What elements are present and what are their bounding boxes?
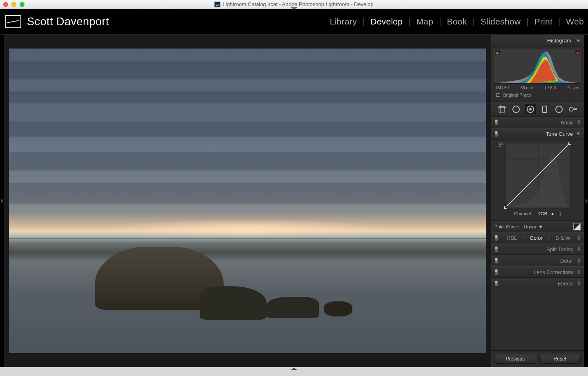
left-panel-toggle[interactable]	[0, 35, 4, 367]
hsl-panel-header[interactable]: HSL / Color / B & W	[491, 232, 584, 243]
channel-select[interactable]: RGB	[537, 211, 547, 216]
effects-label: Effects	[557, 281, 574, 287]
redeye-tool[interactable]	[525, 104, 536, 114]
right-panel: Histogram ISO 50 36 m	[491, 35, 584, 367]
module-book[interactable]: Book	[447, 17, 467, 27]
exif-focal: 36 mm	[521, 86, 533, 90]
histogram-panel-header[interactable]: Histogram	[491, 35, 584, 46]
original-photo-label: Original Photo	[503, 93, 531, 97]
identity-plate[interactable]: Scott Davenport	[5, 15, 109, 28]
original-photo-row[interactable]: Original Photo	[494, 91, 581, 100]
previous-button[interactable]: Previous	[494, 354, 536, 364]
panel-switch-icon[interactable]	[495, 235, 498, 241]
channel-row: Channel : RGB ◆	[494, 208, 581, 218]
window-title-text: Lightroom Catalog.lrcat - Adobe Photosho…	[223, 1, 373, 7]
histogram-label: Histogram	[547, 38, 571, 44]
exif-aperture: ƒ / 8.0	[544, 86, 556, 90]
histogram-panel: ISO 50 36 mm ƒ / 8.0 ⅓ sec Original Phot…	[491, 46, 584, 102]
hsl-tab[interactable]: HSL	[507, 235, 517, 241]
chevron-down-icon	[576, 133, 580, 135]
chevron-down-icon	[576, 40, 580, 42]
photo-preview	[9, 49, 486, 353]
svg-line-4	[506, 143, 570, 208]
window-title: Lr Lightroom Catalog.lrcat - Adobe Photo…	[214, 1, 373, 7]
graduated-filter-tool[interactable]	[539, 104, 550, 114]
module-picker-bar: Scott Davenport Library| Develop| Map| B…	[0, 9, 588, 35]
tone-curve-editor[interactable]	[505, 143, 570, 208]
identity-name: Scott Davenport	[27, 15, 109, 28]
panel-switch-icon[interactable]	[495, 131, 498, 137]
detail-panel-header[interactable]: Detail	[491, 255, 584, 266]
bw-tab[interactable]: B & W	[555, 235, 570, 241]
spot-removal-tool[interactable]	[510, 104, 522, 114]
right-panel-footer: Previous Reset	[491, 350, 584, 367]
panel-end-icon	[577, 247, 580, 251]
panel-switch-icon[interactable]	[495, 258, 498, 263]
curve-point-highlight[interactable]	[568, 142, 571, 145]
minimize-window-button[interactable]	[11, 2, 16, 7]
lightroom-app: Scott Davenport Library| Develop| Map| B…	[0, 9, 588, 367]
module-slideshow[interactable]: Slideshow	[481, 17, 521, 27]
module-map[interactable]: Map	[416, 17, 434, 27]
module-develop[interactable]: Develop	[370, 17, 403, 27]
module-web[interactable]: Web	[566, 17, 584, 27]
reset-button[interactable]: Reset	[539, 354, 581, 364]
detail-label: Detail	[560, 258, 574, 264]
basic-label: Basic	[561, 119, 574, 126]
color-tab[interactable]: Color	[530, 235, 542, 241]
lens-corrections-panel-header[interactable]: Lens Corrections	[491, 266, 584, 278]
panel-end-icon	[558, 212, 561, 216]
point-curve-label: Point Curve :	[494, 224, 521, 229]
adjustment-brush-tool[interactable]	[568, 104, 579, 114]
panel-end-icon	[577, 259, 580, 263]
channel-label: Channel :	[514, 211, 533, 216]
basic-panel-header[interactable]: Basic	[491, 117, 584, 128]
tone-curve-panel: Channel : RGB ◆	[491, 139, 584, 221]
exif-shutter: ⅓ sec	[568, 86, 579, 90]
window-controls	[3, 2, 24, 7]
panel-end-icon	[577, 281, 580, 285]
panel-end-icon	[577, 270, 580, 274]
radial-filter-tool[interactable]	[553, 104, 565, 114]
split-toning-label: Split Toning	[546, 246, 574, 252]
panel-switch-icon[interactable]	[495, 269, 498, 275]
module-library[interactable]: Library	[330, 17, 357, 27]
tone-curve-label: Tone Curve	[546, 131, 573, 137]
original-photo-checkbox-icon	[496, 93, 500, 97]
tone-curve-panel-header[interactable]: Tone Curve	[491, 128, 584, 139]
maximize-window-button[interactable]	[20, 2, 24, 7]
right-panel-toggle[interactable]	[584, 35, 588, 367]
module-print[interactable]: Print	[534, 17, 552, 27]
filmstrip-toggle[interactable]	[0, 367, 588, 376]
crop-tool[interactable]	[496, 104, 508, 114]
point-curve-toggle-icon[interactable]	[573, 223, 581, 230]
exif-readout: ISO 50 36 mm ƒ / 8.0 ⅓ sec	[494, 84, 581, 91]
point-curve-row: Point Curve : Linear ◆	[491, 221, 584, 232]
panel-switch-icon[interactable]	[495, 119, 498, 125]
lens-corrections-label: Lens Corrections	[534, 269, 574, 275]
identity-logo-icon	[5, 15, 21, 28]
panel-switch-icon[interactable]	[495, 246, 498, 252]
develop-tool-strip	[491, 102, 584, 117]
workbench: Histogram ISO 50 36 m	[0, 35, 588, 367]
targeted-adjustment-icon[interactable]	[498, 142, 503, 147]
point-curve-select[interactable]: Linear	[524, 224, 537, 229]
svg-rect-0	[499, 106, 505, 112]
panel-switch-icon[interactable]	[495, 281, 498, 286]
close-window-button[interactable]	[3, 2, 8, 7]
panel-end-icon	[577, 236, 580, 240]
histogram-display[interactable]	[494, 49, 581, 84]
exif-iso: ISO 50	[496, 86, 509, 90]
module-tabs: Library| Develop| Map| Book| Slideshow| …	[330, 17, 584, 27]
image-canvas[interactable]	[4, 35, 491, 367]
panel-end-icon	[577, 120, 580, 124]
app-icon: Lr	[214, 2, 220, 7]
curve-point-shadow[interactable]	[504, 206, 507, 209]
split-toning-panel-header[interactable]: Split Toning	[491, 243, 584, 255]
svg-point-3	[569, 107, 573, 111]
effects-panel-header[interactable]: Effects	[491, 278, 584, 289]
